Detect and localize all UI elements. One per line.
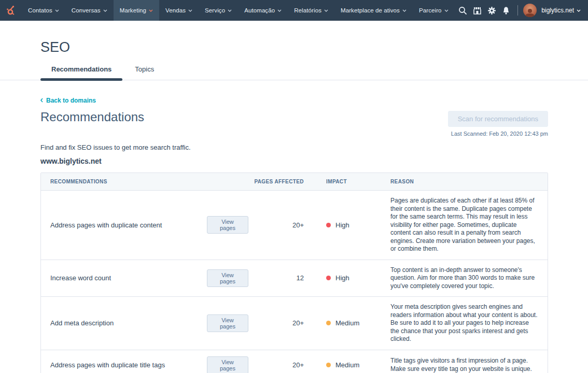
reason-text: Top content is an in-depth answer to som… [390, 260, 548, 297]
table-row: Increase word count View pages 12 High T… [41, 260, 548, 297]
column-header-recommendations: RECOMMENDATIONS [41, 179, 207, 184]
chevron-down-icon [103, 9, 107, 12]
impact-dot-icon [326, 363, 331, 367]
pages-affected-value: 20+ [248, 221, 326, 229]
view-pages-button[interactable]: View pages [207, 216, 248, 234]
tab-label: Recommendations [51, 65, 111, 73]
nav-menu: Contatos Conversas Marketing Vendas Serv… [22, 0, 455, 21]
tab-topics[interactable]: Topics [124, 65, 165, 80]
nav-divider [517, 5, 518, 16]
nav-item-label: Marketing [120, 7, 146, 13]
nav-right-tools: biglytics.net [455, 0, 588, 21]
pages-affected-value: 12 [248, 274, 326, 282]
impact-label: High [335, 274, 349, 282]
impact-cell: High [326, 274, 390, 282]
nav-item-marketplace[interactable]: Marketplace de ativos [334, 0, 413, 21]
table-header-row: RECOMMENDATIONS PAGES AFFECTED IMPACT RE… [41, 173, 548, 191]
chevron-down-icon [149, 9, 153, 12]
domain-name: www.biglytics.net [40, 157, 548, 165]
impact-cell: Medium [326, 319, 390, 327]
nav-item-conversas[interactable]: Conversas [65, 0, 114, 21]
nav-item-label: Marketplace de ativos [341, 7, 400, 13]
section-heading: Recommendations [40, 110, 144, 124]
view-pages-button[interactable]: View pages [207, 269, 248, 287]
impact-dot-icon [326, 223, 331, 227]
table-row: Add meta description View pages 20+ Medi… [41, 297, 548, 350]
reason-text: Your meta description gives search engin… [390, 297, 548, 350]
notifications-bell-icon[interactable] [499, 0, 513, 21]
search-icon[interactable] [455, 0, 470, 21]
reason-text: Title tags give visitors a first impress… [390, 351, 548, 373]
scan-for-recommendations-button[interactable]: Scan for recommendations [448, 111, 548, 127]
active-tab-underline [40, 78, 122, 81]
nav-item-label: Relatórios [294, 7, 321, 13]
page-subtitle: Find and fix SEO issues to get more sear… [40, 144, 548, 151]
nav-item-contatos[interactable]: Contatos [22, 0, 65, 21]
chevron-down-icon [324, 9, 328, 12]
recommendation-name: Address pages with duplicate content [41, 221, 207, 229]
nav-item-parceiro[interactable]: Parceiro [413, 0, 455, 21]
recommendations-table: RECOMMENDATIONS PAGES AFFECTED IMPACT RE… [40, 173, 548, 373]
pages-affected-value: 20+ [248, 319, 326, 327]
nav-item-marketing[interactable]: Marketing [114, 0, 159, 21]
reason-text: Pages are duplicates of each other if at… [390, 191, 548, 260]
recommendation-name: Add meta description [41, 319, 207, 327]
nav-item-relatorios[interactable]: Relatórios [288, 0, 334, 21]
nav-item-label: Serviço [205, 7, 225, 13]
view-pages-button[interactable]: View pages [207, 356, 248, 373]
tab-bar: Recommendations Topics [0, 65, 588, 80]
back-link-label: Back to domains [46, 97, 96, 104]
impact-dot-icon [326, 321, 331, 325]
page-head: SEO [0, 21, 588, 55]
last-scanned-text: Last Scanned: Feb 20, 2020 12:43 pm [448, 131, 548, 137]
column-header-impact: IMPACT [326, 179, 390, 184]
settings-gear-icon[interactable] [484, 0, 499, 21]
table-row: Address pages with duplicate title tags … [41, 350, 548, 373]
recommendation-name: Increase word count [41, 274, 207, 282]
user-avatar[interactable] [523, 4, 537, 17]
pages-affected-value: 20+ [248, 361, 326, 369]
recommendation-name: Address pages with duplicate title tags [41, 361, 207, 369]
top-navigation: Contatos Conversas Marketing Vendas Serv… [0, 0, 588, 21]
chevron-down-icon [188, 9, 192, 12]
scan-area: Scan for recommendations Last Scanned: F… [448, 111, 548, 137]
chevron-down-icon [444, 9, 449, 12]
heading-row: Recommendations Scan for recommendations… [40, 110, 548, 137]
nav-item-label: Vendas [165, 7, 186, 13]
hubspot-logo-icon[interactable] [0, 0, 22, 21]
nav-item-label: Conversas [72, 7, 101, 13]
tab-label: Topics [135, 65, 154, 73]
back-to-domains-link[interactable]: Back to domains [40, 97, 96, 104]
view-pages-button[interactable]: View pages [207, 314, 248, 332]
nav-item-label: Contatos [28, 7, 52, 13]
impact-label: Medium [335, 319, 359, 327]
column-header-reason: REASON [390, 179, 548, 184]
account-menu[interactable]: biglytics.net [541, 7, 581, 14]
marketplace-icon[interactable] [470, 0, 484, 21]
chevron-down-icon [55, 9, 59, 12]
nav-item-vendas[interactable]: Vendas [159, 0, 199, 21]
nav-item-label: Automação [244, 7, 275, 13]
account-name: biglytics.net [541, 7, 574, 14]
page-title: SEO [40, 39, 588, 55]
table-row: Address pages with duplicate content Vie… [41, 191, 548, 260]
chevron-down-icon [402, 9, 407, 12]
impact-label: Medium [335, 361, 359, 369]
nav-item-automacao[interactable]: Automação [238, 0, 288, 21]
impact-label: High [335, 221, 349, 229]
chevron-left-icon [40, 98, 43, 103]
main-content: Back to domains Recommendations Scan for… [40, 80, 548, 373]
nav-item-label: Parceiro [419, 7, 442, 13]
impact-cell: Medium [326, 361, 390, 369]
chevron-down-icon [277, 9, 282, 12]
nav-item-servico[interactable]: Serviço [199, 0, 238, 21]
column-header-pages-affected: PAGES AFFECTED [248, 179, 326, 184]
chevron-down-icon [577, 9, 581, 12]
impact-dot-icon [326, 276, 331, 280]
chevron-down-icon [228, 9, 232, 12]
impact-cell: High [326, 221, 390, 229]
tab-recommendations[interactable]: Recommendations [40, 65, 122, 80]
